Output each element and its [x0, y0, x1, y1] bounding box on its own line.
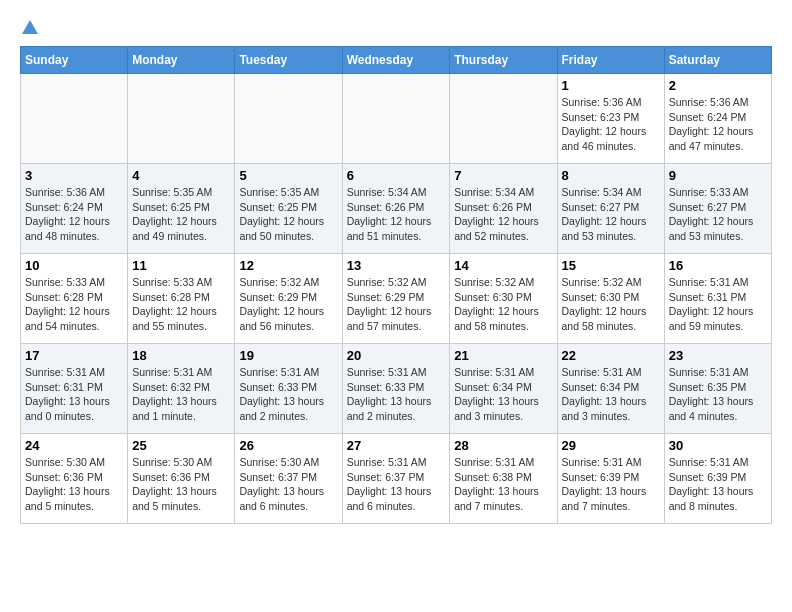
day-number: 19 [239, 348, 337, 363]
day-number: 10 [25, 258, 123, 273]
day-number: 17 [25, 348, 123, 363]
day-number: 16 [669, 258, 767, 273]
calendar-week-row: 24Sunrise: 5:30 AM Sunset: 6:36 PM Dayli… [21, 434, 772, 524]
day-number: 27 [347, 438, 446, 453]
day-info: Sunrise: 5:34 AM Sunset: 6:26 PM Dayligh… [454, 185, 552, 244]
calendar-cell: 8Sunrise: 5:34 AM Sunset: 6:27 PM Daylig… [557, 164, 664, 254]
day-number: 5 [239, 168, 337, 183]
calendar-day-header: Sunday [21, 47, 128, 74]
calendar-cell: 5Sunrise: 5:35 AM Sunset: 6:25 PM Daylig… [235, 164, 342, 254]
day-number: 4 [132, 168, 230, 183]
calendar-cell: 25Sunrise: 5:30 AM Sunset: 6:36 PM Dayli… [128, 434, 235, 524]
day-number: 14 [454, 258, 552, 273]
calendar-cell: 24Sunrise: 5:30 AM Sunset: 6:36 PM Dayli… [21, 434, 128, 524]
calendar-week-row: 1Sunrise: 5:36 AM Sunset: 6:23 PM Daylig… [21, 74, 772, 164]
calendar-cell: 3Sunrise: 5:36 AM Sunset: 6:24 PM Daylig… [21, 164, 128, 254]
calendar-cell: 21Sunrise: 5:31 AM Sunset: 6:34 PM Dayli… [450, 344, 557, 434]
day-number: 29 [562, 438, 660, 453]
day-number: 9 [669, 168, 767, 183]
day-info: Sunrise: 5:31 AM Sunset: 6:35 PM Dayligh… [669, 365, 767, 424]
day-info: Sunrise: 5:32 AM Sunset: 6:30 PM Dayligh… [454, 275, 552, 334]
day-info: Sunrise: 5:31 AM Sunset: 6:31 PM Dayligh… [669, 275, 767, 334]
day-number: 21 [454, 348, 552, 363]
calendar-cell: 7Sunrise: 5:34 AM Sunset: 6:26 PM Daylig… [450, 164, 557, 254]
day-info: Sunrise: 5:31 AM Sunset: 6:37 PM Dayligh… [347, 455, 446, 514]
day-number: 26 [239, 438, 337, 453]
day-number: 23 [669, 348, 767, 363]
day-info: Sunrise: 5:31 AM Sunset: 6:31 PM Dayligh… [25, 365, 123, 424]
day-info: Sunrise: 5:30 AM Sunset: 6:36 PM Dayligh… [132, 455, 230, 514]
calendar-cell [235, 74, 342, 164]
day-number: 7 [454, 168, 552, 183]
day-number: 30 [669, 438, 767, 453]
day-info: Sunrise: 5:31 AM Sunset: 6:33 PM Dayligh… [347, 365, 446, 424]
calendar-week-row: 3Sunrise: 5:36 AM Sunset: 6:24 PM Daylig… [21, 164, 772, 254]
day-info: Sunrise: 5:34 AM Sunset: 6:27 PM Dayligh… [562, 185, 660, 244]
calendar-day-header: Friday [557, 47, 664, 74]
day-number: 1 [562, 78, 660, 93]
day-info: Sunrise: 5:31 AM Sunset: 6:34 PM Dayligh… [454, 365, 552, 424]
calendar-cell: 18Sunrise: 5:31 AM Sunset: 6:32 PM Dayli… [128, 344, 235, 434]
day-number: 18 [132, 348, 230, 363]
calendar-week-row: 17Sunrise: 5:31 AM Sunset: 6:31 PM Dayli… [21, 344, 772, 434]
calendar-cell: 2Sunrise: 5:36 AM Sunset: 6:24 PM Daylig… [664, 74, 771, 164]
day-info: Sunrise: 5:31 AM Sunset: 6:32 PM Dayligh… [132, 365, 230, 424]
day-number: 15 [562, 258, 660, 273]
calendar-table: SundayMondayTuesdayWednesdayThursdayFrid… [20, 46, 772, 524]
day-number: 22 [562, 348, 660, 363]
calendar-cell: 9Sunrise: 5:33 AM Sunset: 6:27 PM Daylig… [664, 164, 771, 254]
calendar-cell: 22Sunrise: 5:31 AM Sunset: 6:34 PM Dayli… [557, 344, 664, 434]
calendar-cell: 16Sunrise: 5:31 AM Sunset: 6:31 PM Dayli… [664, 254, 771, 344]
day-info: Sunrise: 5:31 AM Sunset: 6:38 PM Dayligh… [454, 455, 552, 514]
calendar-cell: 23Sunrise: 5:31 AM Sunset: 6:35 PM Dayli… [664, 344, 771, 434]
calendar-day-header: Saturday [664, 47, 771, 74]
day-number: 25 [132, 438, 230, 453]
calendar-cell [342, 74, 450, 164]
day-number: 12 [239, 258, 337, 273]
day-number: 13 [347, 258, 446, 273]
calendar-header-row: SundayMondayTuesdayWednesdayThursdayFrid… [21, 47, 772, 74]
day-info: Sunrise: 5:32 AM Sunset: 6:29 PM Dayligh… [239, 275, 337, 334]
calendar-week-row: 10Sunrise: 5:33 AM Sunset: 6:28 PM Dayli… [21, 254, 772, 344]
day-info: Sunrise: 5:30 AM Sunset: 6:36 PM Dayligh… [25, 455, 123, 514]
day-number: 8 [562, 168, 660, 183]
day-info: Sunrise: 5:30 AM Sunset: 6:37 PM Dayligh… [239, 455, 337, 514]
calendar-cell: 10Sunrise: 5:33 AM Sunset: 6:28 PM Dayli… [21, 254, 128, 344]
calendar-cell [450, 74, 557, 164]
calendar-day-header: Monday [128, 47, 235, 74]
day-info: Sunrise: 5:36 AM Sunset: 6:24 PM Dayligh… [25, 185, 123, 244]
calendar-cell: 12Sunrise: 5:32 AM Sunset: 6:29 PM Dayli… [235, 254, 342, 344]
day-info: Sunrise: 5:35 AM Sunset: 6:25 PM Dayligh… [239, 185, 337, 244]
calendar-cell: 17Sunrise: 5:31 AM Sunset: 6:31 PM Dayli… [21, 344, 128, 434]
day-info: Sunrise: 5:36 AM Sunset: 6:23 PM Dayligh… [562, 95, 660, 154]
day-info: Sunrise: 5:33 AM Sunset: 6:28 PM Dayligh… [132, 275, 230, 334]
day-info: Sunrise: 5:35 AM Sunset: 6:25 PM Dayligh… [132, 185, 230, 244]
day-info: Sunrise: 5:31 AM Sunset: 6:34 PM Dayligh… [562, 365, 660, 424]
day-number: 24 [25, 438, 123, 453]
day-info: Sunrise: 5:31 AM Sunset: 6:33 PM Dayligh… [239, 365, 337, 424]
calendar-cell: 19Sunrise: 5:31 AM Sunset: 6:33 PM Dayli… [235, 344, 342, 434]
day-number: 11 [132, 258, 230, 273]
calendar-cell: 27Sunrise: 5:31 AM Sunset: 6:37 PM Dayli… [342, 434, 450, 524]
day-number: 20 [347, 348, 446, 363]
calendar-cell: 29Sunrise: 5:31 AM Sunset: 6:39 PM Dayli… [557, 434, 664, 524]
day-info: Sunrise: 5:31 AM Sunset: 6:39 PM Dayligh… [669, 455, 767, 514]
calendar-cell: 28Sunrise: 5:31 AM Sunset: 6:38 PM Dayli… [450, 434, 557, 524]
calendar-cell: 6Sunrise: 5:34 AM Sunset: 6:26 PM Daylig… [342, 164, 450, 254]
calendar-cell [128, 74, 235, 164]
day-info: Sunrise: 5:34 AM Sunset: 6:26 PM Dayligh… [347, 185, 446, 244]
day-info: Sunrise: 5:32 AM Sunset: 6:30 PM Dayligh… [562, 275, 660, 334]
day-info: Sunrise: 5:32 AM Sunset: 6:29 PM Dayligh… [347, 275, 446, 334]
calendar-cell: 4Sunrise: 5:35 AM Sunset: 6:25 PM Daylig… [128, 164, 235, 254]
calendar-cell: 30Sunrise: 5:31 AM Sunset: 6:39 PM Dayli… [664, 434, 771, 524]
page-header [20, 20, 772, 36]
calendar-day-header: Wednesday [342, 47, 450, 74]
day-number: 6 [347, 168, 446, 183]
day-info: Sunrise: 5:33 AM Sunset: 6:27 PM Dayligh… [669, 185, 767, 244]
calendar-cell: 11Sunrise: 5:33 AM Sunset: 6:28 PM Dayli… [128, 254, 235, 344]
calendar-cell: 1Sunrise: 5:36 AM Sunset: 6:23 PM Daylig… [557, 74, 664, 164]
calendar-cell: 13Sunrise: 5:32 AM Sunset: 6:29 PM Dayli… [342, 254, 450, 344]
day-info: Sunrise: 5:31 AM Sunset: 6:39 PM Dayligh… [562, 455, 660, 514]
day-info: Sunrise: 5:36 AM Sunset: 6:24 PM Dayligh… [669, 95, 767, 154]
calendar-day-header: Tuesday [235, 47, 342, 74]
